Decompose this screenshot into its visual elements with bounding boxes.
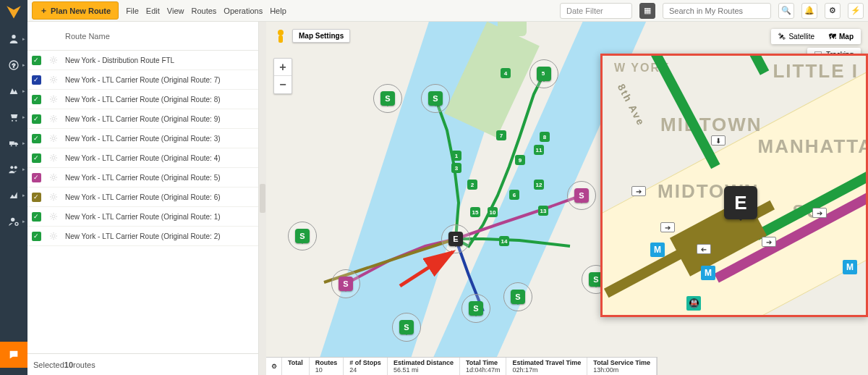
stats-gear-button[interactable]: ⚙ [266, 358, 282, 375]
stop-marker[interactable]: 2 [467, 180, 477, 190]
stop-marker[interactable]: 4 [501, 68, 511, 78]
sidebar-nav-admin[interactable]: ▸ [0, 208, 27, 235]
calendar-button[interactable]: ▦ [639, 3, 655, 19]
sidebar-nav-cart[interactable]: ▸ [0, 104, 27, 130]
stats-val-dist: 56.51 mi [393, 366, 454, 374]
search-input[interactable] [663, 3, 771, 19]
route-checkbox[interactable]: ✓ [32, 134, 41, 143]
route-gear-button[interactable] [45, 75, 62, 84]
stop-marker[interactable]: 6 [509, 190, 519, 200]
stop-marker[interactable]: 15 [470, 207, 480, 217]
sidebar-nav-help[interactable]: ?▸ [0, 52, 27, 78]
calendar-icon: ▦ [644, 6, 651, 15]
route-row[interactable]: ✓ New York - LTL Carrier Route (Original… [27, 227, 258, 246]
sidebar-nav-truck[interactable]: ▸ [0, 130, 27, 156]
route-gear-button[interactable] [45, 134, 62, 143]
menu-file[interactable]: File [126, 7, 139, 15]
menu-view[interactable]: View [167, 7, 184, 15]
stop-marker[interactable]: 7 [496, 130, 506, 140]
start-marker[interactable]: S [567, 181, 596, 210]
stop-marker[interactable]: 13 [538, 206, 548, 216]
map-type-map[interactable]: 🗺Map [822, 29, 861, 44]
map-inset-zoom: W YORK LITTLE I MIDTOWN MANHATTA MIDTOWN… [600, 54, 868, 317]
route-gear-button[interactable] [45, 232, 62, 240]
sidebar-nav-1[interactable]: ▸ [0, 26, 27, 52]
zoom-out-button[interactable]: − [274, 76, 292, 93]
route-checkbox[interactable]: ✓ [32, 173, 41, 182]
svg-point-0 [12, 35, 15, 38]
stop-marker[interactable]: 9 [515, 155, 525, 165]
route-gear-button[interactable] [45, 193, 62, 201]
route-row[interactable]: ✓ New York - LTL Carrier Route (Original… [27, 207, 258, 227]
stop-marker[interactable]: 11 [534, 145, 544, 155]
metro-icon-1: M [650, 243, 665, 257]
stats-col-service-time: Total Service Time [593, 359, 650, 366]
notifications-button[interactable]: 🔔 [801, 3, 817, 19]
route-gear-button[interactable] [45, 56, 62, 64]
route-checkbox[interactable]: ✓ [32, 75, 41, 85]
route-row[interactable]: ✓ New York - LTL Carrier Route (Original… [27, 109, 258, 129]
bolt-button[interactable]: ⚡ [848, 3, 864, 19]
menu-routes[interactable]: Routes [191, 7, 216, 15]
start-marker[interactable]: S [373, 84, 402, 113]
stats-val-routes: 10 [315, 366, 338, 374]
stop-marker[interactable]: 8 [540, 132, 550, 142]
menu-operations[interactable]: Operations [224, 7, 263, 15]
start-marker[interactable]: S [288, 222, 317, 250]
pegman-icon[interactable] [273, 29, 288, 45]
route-row[interactable]: ✓ New York - Distribution Route FTL [27, 51, 258, 70]
route-name: New York - LTL Carrier Route (Original R… [62, 76, 258, 84]
date-filter-select[interactable]: Date Filter [560, 3, 632, 19]
route-name-header: Route Name [62, 32, 110, 41]
splitter-handle[interactable] [260, 184, 265, 213]
sidebar-nav-team[interactable]: ▸ [0, 156, 27, 182]
route-row[interactable]: ✓ New York - LTL Carrier Route (Original… [27, 70, 258, 90]
start-marker[interactable]: S [461, 294, 490, 323]
route-checkbox[interactable]: ✓ [32, 153, 41, 163]
route-checkbox[interactable]: ✓ [32, 232, 41, 241]
route-gear-button[interactable] [45, 95, 62, 104]
svg-point-9 [14, 166, 17, 169]
route-row[interactable]: ✓ New York - LTL Carrier Route (Original… [27, 188, 258, 207]
top-toolbar: ＋Plan New Route File Edit View Routes Op… [27, 0, 868, 22]
map-type-satellite[interactable]: 🛰Satellite [771, 29, 822, 44]
start-marker[interactable]: S [503, 282, 532, 311]
route-list[interactable]: ✓ New York - Distribution Route FTL✓ New… [27, 51, 258, 353]
svg-point-19 [52, 195, 55, 198]
stop-marker[interactable]: 10 [488, 207, 498, 217]
route-checkbox[interactable]: ✓ [32, 193, 41, 202]
route-checkbox[interactable]: ✓ [32, 212, 41, 222]
stop-marker[interactable]: 3 [451, 163, 461, 173]
chat-button[interactable] [0, 342, 27, 368]
stop-marker[interactable]: 1 [451, 151, 461, 161]
satellite-label: Satellite [788, 33, 814, 41]
stop-marker[interactable]: 14 [499, 236, 509, 246]
route-gear-button[interactable] [45, 153, 62, 162]
panel-splitter[interactable] [259, 22, 266, 375]
stats-val-service-time: 13h:00m [593, 366, 650, 374]
start-marker[interactable]: S [331, 269, 360, 298]
stop-marker[interactable]: 12 [534, 180, 544, 190]
route-row[interactable]: ✓ New York - LTL Carrier Route (Original… [27, 90, 258, 109]
route-checkbox[interactable]: ✓ [32, 95, 41, 104]
map-settings-button[interactable]: Map Settings [292, 29, 350, 43]
stop-marker[interactable]: 5 [538, 68, 548, 78]
route-checkbox[interactable]: ✓ [32, 114, 41, 124]
route-gear-button[interactable] [45, 212, 62, 221]
zoom-in-button[interactable]: + [274, 59, 292, 76]
menu-help[interactable]: Help [270, 7, 286, 15]
route-row[interactable]: ✓ New York - LTL Carrier Route (Original… [27, 129, 258, 148]
route-gear-button[interactable] [45, 114, 62, 123]
route-row[interactable]: ✓ New York - LTL Carrier Route (Original… [27, 168, 258, 188]
route-checkbox[interactable]: ✓ [32, 56, 41, 65]
search-button[interactable]: 🔍 [778, 3, 794, 19]
route-gear-button[interactable] [45, 173, 62, 182]
sidebar-nav-3[interactable]: ▸ [0, 78, 27, 104]
sidebar-nav-analytics[interactable]: ▸ [0, 182, 27, 208]
route-row[interactable]: ✓ New York - LTL Carrier Route (Original… [27, 148, 258, 168]
menu-edit[interactable]: Edit [146, 7, 160, 15]
plan-new-route-button[interactable]: ＋Plan New Route [32, 1, 119, 20]
start-marker[interactable]: S [421, 84, 450, 113]
settings-button[interactable]: ⚙ [825, 3, 841, 19]
start-marker[interactable]: S [392, 313, 421, 342]
